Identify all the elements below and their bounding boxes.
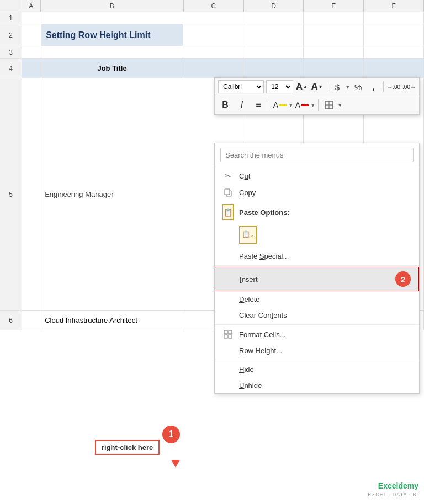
toolbar-separator-4 <box>269 99 269 111</box>
toolbar-separator-2: ▾ <box>346 83 349 91</box>
increase-font-button[interactable]: A▲ <box>295 80 309 93</box>
delete-label: Delete <box>239 295 260 303</box>
unhide-label: Unhide <box>239 381 262 390</box>
cell-6b-cloud[interactable]: Cloud Infrastructure Architect <box>41 311 183 330</box>
search-input[interactable] <box>220 148 414 162</box>
borders-button[interactable] <box>322 98 336 112</box>
paste-icon: 📋 <box>222 204 234 220</box>
cell-2a[interactable] <box>22 24 41 46</box>
cell-4e[interactable] <box>304 59 364 78</box>
table-row: 1 <box>0 12 424 24</box>
column-headers: A B C D E F <box>0 0 424 12</box>
bold-button[interactable]: B <box>218 98 232 112</box>
svg-rect-7 <box>224 335 227 338</box>
clear-label: Clear Contents <box>239 311 287 319</box>
menu-item-copy[interactable]: Copy <box>215 184 419 201</box>
menu-divider-2 <box>215 324 419 325</box>
table-row: 3 <box>0 46 424 59</box>
cell-2e[interactable] <box>304 24 364 46</box>
menu-item-delete[interactable]: Delete <box>215 291 419 307</box>
svg-rect-6 <box>229 330 232 334</box>
toolbar-separator-1 <box>327 81 327 92</box>
corner-cell <box>0 0 22 12</box>
menu-item-paste-options: 📋 Paste Options: <box>215 201 419 224</box>
cell-1d[interactable] <box>243 12 304 24</box>
hide-label: Hide <box>239 365 254 374</box>
cell-3c[interactable] <box>183 46 243 58</box>
italic-button[interactable]: I <box>235 98 249 112</box>
font-size-select[interactable]: 12 <box>266 80 293 93</box>
cell-4b-header[interactable]: Job Title <box>41 59 183 78</box>
menu-item-paste-special[interactable]: Paste Special... <box>215 248 419 264</box>
menu-divider-1 <box>215 265 419 266</box>
toolbar-row-1: Calibri 12 A▲ A▼ $ ▾ % , ←.00 .00→ <box>215 78 419 96</box>
cell-2b-title[interactable]: Setting Row Height Limit <box>41 24 183 46</box>
cell-1f[interactable] <box>364 12 424 24</box>
right-click-label-box: right-click here <box>95 440 160 455</box>
cell-3a[interactable] <box>22 46 41 58</box>
menu-item-unhide[interactable]: Unhide <box>215 377 419 393</box>
cell-4f[interactable] <box>364 59 424 78</box>
percent-button[interactable]: % <box>352 80 365 93</box>
menu-item-insert[interactable]: Insert 2 <box>215 267 419 291</box>
toolbar-separator-5 <box>318 99 319 111</box>
cell-3f[interactable] <box>364 46 424 58</box>
cell-2c[interactable] <box>183 24 243 46</box>
comma-button[interactable]: , <box>367 80 380 93</box>
cell-2d[interactable] <box>243 24 304 46</box>
cell-4a[interactable] <box>22 59 41 78</box>
cell-1c[interactable] <box>183 12 243 24</box>
copy-label: Copy <box>239 188 256 197</box>
annotation-arrow <box>171 460 180 468</box>
annotation-2-badge: 2 <box>395 271 411 287</box>
cell-5b-eng[interactable]: Engineering Manager <box>41 78 183 310</box>
table-row: 2 Setting Row Height Limit <box>0 24 424 46</box>
annotation-circle-1: 1 <box>162 426 180 443</box>
context-menu: ✂ Cut Copy 📋 Paste Options: <box>214 143 420 394</box>
dollar-button[interactable]: $ <box>331 80 344 93</box>
align-button[interactable]: ≡ <box>251 98 266 112</box>
row-num-6: 6 <box>0 311 22 330</box>
cell-2f[interactable] <box>364 24 424 46</box>
menu-item-clear-contents[interactable]: Clear Contents <box>215 307 419 323</box>
cell-3b[interactable] <box>41 46 183 58</box>
cut-icon: ✂ <box>222 171 234 180</box>
row-num-2: 2 <box>0 24 22 46</box>
menu-item-cut[interactable]: ✂ Cut <box>215 167 419 184</box>
cell-6a[interactable] <box>22 311 41 330</box>
copy-icon <box>222 188 234 197</box>
font-family-select[interactable]: Calibri <box>218 80 264 93</box>
decrease-decimal-button[interactable]: .00→ <box>402 80 416 93</box>
cell-3e[interactable] <box>304 46 364 58</box>
menu-item-hide[interactable]: Hide <box>215 361 419 377</box>
menu-search-area <box>215 143 419 167</box>
toolbar-separator-3 <box>383 81 384 92</box>
col-header-d: D <box>244 0 304 12</box>
col-header-c: C <box>184 0 244 12</box>
decrease-font-button[interactable]: A▼ <box>310 80 324 93</box>
paste-special-label: Paste Special... <box>239 252 289 260</box>
col-header-b: B <box>41 0 184 12</box>
svg-rect-5 <box>224 330 227 334</box>
watermark: Exceldemy EXCEL · DATA · BI <box>368 481 418 498</box>
paste-value-button[interactable]: 📋A <box>239 226 257 244</box>
borders-icon <box>325 101 333 109</box>
cell-1b[interactable] <box>41 12 183 24</box>
cell-1e[interactable] <box>304 12 364 24</box>
cell-1a[interactable] <box>22 12 41 24</box>
insert-label: Insert <box>223 275 258 284</box>
row-num-1: 1 <box>0 12 22 24</box>
cell-4d[interactable] <box>243 59 304 78</box>
col-header-a: A <box>22 0 41 12</box>
col-header-f: F <box>364 0 424 12</box>
cell-3d[interactable] <box>243 46 304 58</box>
format-cells-svg <box>224 330 232 339</box>
font-color-button[interactable]: A <box>295 98 309 112</box>
menu-item-format-cells[interactable]: Format Cells... <box>215 326 419 343</box>
cell-5a[interactable] <box>22 78 41 310</box>
highlight-color-button[interactable]: A <box>273 98 287 112</box>
menu-item-row-height[interactable]: Row Height... <box>215 343 419 359</box>
increase-decimal-button[interactable]: ←.00 <box>387 80 400 93</box>
cell-4c[interactable] <box>183 59 243 78</box>
mini-toolbar: Calibri 12 A▲ A▼ $ ▾ % , ←.00 .00→ B I ≡… <box>214 77 420 115</box>
